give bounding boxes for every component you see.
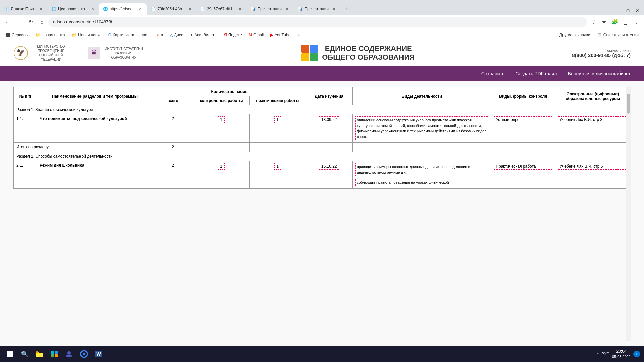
bookmark-avia[interactable]: ✈ Авиабилеты [187,32,220,38]
nav-action-buttons: ⇧ ★ 🧩 ⎯ ⋮ [588,17,641,27]
col-header-hours: Количество часов [153,87,306,96]
minimize-button[interactable]: — [614,7,623,15]
tab-presentation1[interactable]: 📊 Презентация ✕ [247,3,293,15]
tab-close-39c5[interactable]: ✕ [238,6,243,12]
other-bookmarks[interactable]: Другие закладки [557,32,593,38]
taskbar-file-explorer[interactable] [34,348,46,360]
tray-expand-icon[interactable]: ^ [597,352,599,356]
tab-close-79fc[interactable]: ✕ [187,6,192,12]
svg-text:🦅: 🦅 [17,49,25,57]
section1-total-label: Итого по разделу [14,143,153,152]
bookmark-yandex[interactable]: Я Яндекс [221,32,245,38]
institute-emblem-icon: 🏛 [88,46,101,60]
bookmark-folder1[interactable]: 📁 Новая папка [33,32,68,38]
start-button[interactable] [4,348,16,360]
row11-resources-input[interactable]: Учебник Лях В.И. стр 3 [558,116,628,123]
bookmark-a[interactable]: а a [155,32,166,38]
taskbar-tray: ^ РУС 20:04 05.03.2022 1 [597,349,640,359]
row21-control-input[interactable]: Практическая работа [494,163,552,170]
taskbar-teams[interactable] [63,348,75,360]
new-tab-button[interactable]: + [340,3,352,15]
save-button[interactable]: Сохранить [481,70,505,78]
bookmark-google-label: Картинки по запро... [113,33,151,37]
url-bar[interactable] [48,17,587,27]
section1-header-row: Раздел 1. Знания о физической культуре [14,105,631,114]
taskbar-widgets[interactable] [48,348,60,360]
profile-menu-button[interactable]: ⎯ [621,17,631,27]
bookmark-google-images[interactable]: G Картинки по запро... [106,32,153,38]
tab-79fc[interactable]: 📄 79fc205d-48b... ✕ [147,3,196,15]
tab-close-pres2[interactable]: ✕ [332,6,336,12]
tab-favicon-yandex: 📧 [4,7,9,11]
taskbar-search-button[interactable]: 🔍 [19,348,31,360]
tab-close-digital[interactable]: ✕ [90,6,95,12]
bookmark-gmail-label: Gmail [253,33,264,37]
svg-rect-7 [51,351,54,354]
back-to-cabinet-button[interactable]: Вернуться в личный кабинет [568,70,631,78]
row21-date-input[interactable]: 15.10.22 [319,163,339,170]
bookmark-disk-icon: △ [170,33,173,37]
row21-hours-practical-input[interactable]: 1 [274,163,281,170]
tab-title-pres1: Презентация [257,7,283,11]
date-display: 05.03.2022 [612,354,631,359]
extensions-button[interactable]: 🧩 [610,17,620,27]
row11-control: Устный опрос [491,114,555,143]
tab-presentation2[interactable]: 📊 Презентация ✕ [293,3,340,15]
tab-yandex-mail[interactable]: 📧 Яндекс.Почта ✕ [0,3,47,15]
bookmark-folder2-icon: 📁 [72,33,77,37]
tab-close-edsoo[interactable]: ✕ [138,6,143,12]
bookmark-youtube[interactable]: ▶ YouTube [268,32,293,38]
tab-favicon-pres2: 📊 [298,7,302,11]
row21-resources: Учебние Лях В.И. стр 5 [555,161,631,189]
home-button[interactable]: ⌂ [37,17,47,27]
row21-hours-control-input[interactable]: 1 [218,163,225,170]
ministry-logo: 🦅 МИНИСТЕРСТВО ПРОСВЕЩЕНИЯ РОССИЙСКОЙ ФЕ… [13,44,71,62]
share-button[interactable]: ⇧ [588,17,598,27]
tab-digital[interactable]: 🌐 Цифровая эко... ✕ [47,3,99,15]
svg-rect-9 [51,354,54,357]
header-logos: 🦅 МИНИСТЕРСТВО ПРОСВЕЩЕНИЯ РОССИЙСКОЙ ФЕ… [13,44,144,62]
row11-hours-control-input[interactable]: 1 [218,116,225,123]
svg-rect-8 [55,351,58,354]
row21-activity2-input[interactable]: соблюдать правила поведения на уроках фи… [355,179,489,186]
tab-edsoo[interactable]: 🌐 https://edsoo... ✕ [99,3,147,15]
bookmark-star-button[interactable]: ★ [599,17,609,27]
row11-control-input[interactable]: Устный опрос [494,116,552,123]
bookmark-disk[interactable]: △ Диск [167,32,185,38]
bookmark-youtube-icon: ▶ [270,33,273,37]
row11-hours-practical-input[interactable]: 1 [274,116,281,123]
more-menu-button[interactable]: ⋮ [631,17,641,27]
reading-list[interactable]: 📋 Список для чтения [594,32,641,38]
row11-activity-input[interactable]: овладении основами содержания учебного п… [355,116,489,140]
window-controls: — □ ✕ [612,7,644,15]
page-content: 🦅 МИНИСТЕРСТВО ПРОСВЕЩЕНИЯ РОССИЙСКОЙ ФЕ… [0,40,644,346]
reload-button[interactable]: ↻ [25,17,36,27]
forward-button[interactable]: → [14,17,24,27]
bookmarks-more-button[interactable]: » [294,32,302,38]
ministry-emblem-icon: 🦅 [13,46,28,60]
notification-badge[interactable]: 1 [633,351,640,357]
row11-resources: Учебник Лях В.И. стр 3 [555,114,631,143]
tab-close-pres1[interactable]: ✕ [285,6,289,12]
taskbar-chrome[interactable] [78,348,90,360]
taskbar-word[interactable]: W [93,348,105,360]
tab-close-yandex[interactable]: ✕ [39,6,43,12]
site-title-main: ЕДИНОЕ СОДЕРЖАНИЕ ОБЩЕГО ОБРАЗОВАНИЯ [301,44,415,62]
row21-activity-input[interactable]: приводить примеры основных дневных дел и… [355,163,489,176]
tab-39c5[interactable]: 📄 39c57e67-dff1... ✕ [196,3,247,15]
create-pdf-button[interactable]: Создать PDF файл [515,70,557,78]
bookmark-google-icon: G [108,33,111,37]
bookmark-services[interactable]: ⬛ Сервисы [3,32,31,38]
purple-nav: Сохранить Создать PDF файл Вернуться в л… [0,66,644,81]
bookmark-avia-icon: ✈ [190,33,193,37]
bookmark-gmail[interactable]: M Gmail [246,32,266,38]
row21-name: Режим дня школьника [37,161,153,189]
bookmark-folder2[interactable]: 📁 Новая папка [69,32,104,38]
row11-date-input[interactable]: 18.09.22 [319,116,339,123]
close-button[interactable]: ✕ [633,7,641,15]
scrollbar-thumb[interactable] [627,94,630,114]
row21-resources-input[interactable]: Учебние Лях В.И. стр 5 [558,163,628,170]
ministry-text: МИНИСТЕРСТВО ПРОСВЕЩЕНИЯ РОССИЙСКОЙ ФЕДЕ… [31,44,71,62]
maximize-button[interactable]: □ [624,7,632,15]
back-button[interactable]: ← [3,17,13,27]
